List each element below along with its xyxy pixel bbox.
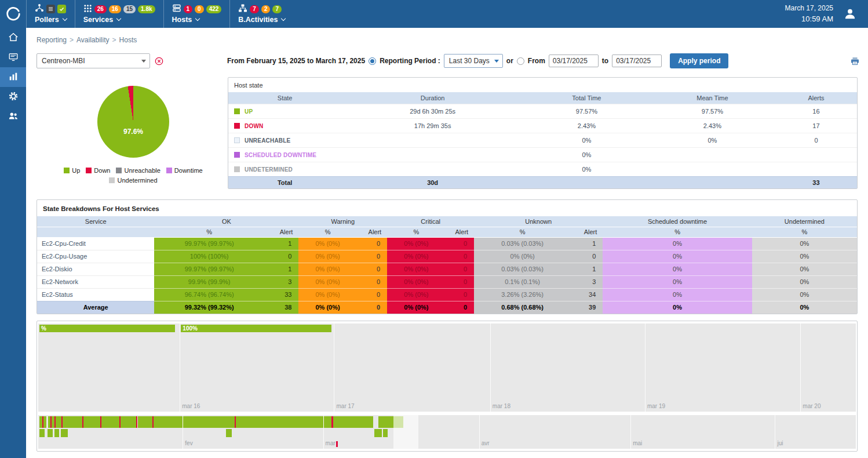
unk-pct-cell: 3.26% (3.26%) [474, 288, 571, 301]
sidebar-item-home[interactable] [0, 28, 26, 48]
timeline-selection-window[interactable] [393, 415, 418, 449]
sidebar-item-monitoring[interactable] [0, 48, 26, 67]
host-state-title: Host state [228, 78, 857, 92]
sched-pct-cell: 0% [603, 237, 752, 250]
undet-pct-cell: 0% [752, 263, 857, 275]
service-name-cell: Ec2-Network [37, 275, 154, 288]
bd-service-row: Ec2-Cpu-Usage100% (100%)00% (0%)00% (0%)… [37, 250, 857, 263]
crit-alert-cell: 0 [446, 250, 475, 263]
service-breakdowns-panel: State Breakdowns For Host Services Servi… [37, 199, 858, 314]
current-date: March 17, 2025 [785, 3, 833, 14]
clear-filter-icon[interactable] [155, 57, 163, 66]
period-select[interactable]: Last 30 Days [444, 54, 503, 68]
custom-period-radio[interactable] [517, 57, 524, 65]
undet-pct-cell: 0% [752, 301, 857, 314]
unk-pct-cell: 0.1% (0.1%) [474, 275, 571, 288]
state-label: DOWN [245, 123, 263, 129]
breadcrumb-separator: > [70, 36, 74, 44]
activity-segment [61, 429, 68, 437]
nav-pollers[interactable]: Pollers [26, 0, 75, 28]
sidebar-item-configuration[interactable] [0, 87, 26, 107]
export-report-icon[interactable] [850, 56, 860, 66]
total-time-cell: 0% [524, 147, 650, 162]
bd-subheader: Alert [446, 227, 475, 237]
services-warning-badge[interactable]: 16 [109, 5, 121, 13]
nav-business-activities[interactable]: 7 2 7 B.Activities [229, 0, 293, 28]
to-date-input[interactable] [612, 54, 662, 67]
host-state-row-down: DOWN17h 29m 35s2.43%2.43%17 [228, 118, 857, 133]
chevron-down-icon [62, 16, 67, 21]
reporting-period-radio[interactable] [369, 57, 376, 65]
ok-pct-cell: 99.32% (99.32%) [154, 301, 264, 314]
state-cell: DOWN [228, 118, 341, 133]
crit-alert-cell: 0 [446, 288, 475, 301]
business-activities-icon [238, 3, 247, 14]
duration-cell: 29d 6h 30m 25s [341, 104, 524, 118]
services-critical-badge[interactable]: 26 [94, 5, 107, 13]
nav-hosts[interactable]: 1 0 422 Hosts [163, 0, 230, 28]
sidebar-item-administration[interactable] [0, 107, 26, 126]
timeline-main-graph[interactable]: %100%mar 16mar 17mar 18mar 19mar 20 [38, 323, 856, 412]
unk-pct-cell: 0.68% (0.68%) [474, 301, 571, 314]
nav-services[interactable]: 26 16 15 1.8k Services [75, 0, 163, 28]
pollers-latency-chip[interactable] [57, 5, 66, 13]
total-duration: 30d [341, 176, 524, 188]
day-label: mar 20 [800, 403, 820, 409]
bd-subheader: % [298, 227, 356, 237]
bd-subheader: % [387, 227, 445, 237]
warn-alert-cell: 0 [357, 250, 387, 263]
availability-bar: 100% [181, 325, 331, 332]
alerts-cell [775, 162, 857, 176]
sched-pct-cell: 0% [603, 275, 752, 288]
mean-time-cell [650, 162, 775, 176]
ba-warning-badge[interactable]: 2 [261, 5, 271, 13]
period-select-wrap: Last 30 Days [444, 54, 503, 68]
warn-pct-cell: 0% (0%) [298, 250, 356, 263]
host-group-select[interactable]: Centreon-MBI [37, 53, 150, 68]
pollers-database-chip[interactable] [46, 5, 55, 13]
total-time-cell: 97.57% [524, 104, 650, 118]
bd-subheader: % [752, 227, 857, 237]
hosts-unreachable-badge[interactable]: 0 [195, 5, 204, 13]
monitoring-console-icon [8, 52, 19, 64]
bd-header-row1: ServiceOKWarningCriticalUnknownScheduled… [37, 216, 857, 227]
current-time: 10:59 AM [785, 13, 833, 25]
ba-critical-badge[interactable]: 7 [250, 5, 259, 13]
breadcrumb-availability[interactable]: Availability [76, 36, 109, 44]
breakdowns-table: ServiceOKWarningCriticalUnknownScheduled… [37, 216, 857, 314]
timeline-mini-graph[interactable]: fevmaravrmaijui [38, 415, 856, 449]
crit-pct-cell: 0% (0%) [387, 237, 445, 250]
month-label: jui [775, 440, 783, 446]
legend-item-up: Up [64, 167, 80, 174]
activity-segment [374, 429, 382, 437]
duration-cell [341, 133, 524, 147]
hosts-up-badge[interactable]: 422 [206, 5, 222, 13]
legend-item-downtime: Downtime [166, 167, 203, 174]
sched-pct-cell: 0% [603, 250, 752, 263]
availability-pie-chart[interactable]: 97.6% [97, 86, 169, 158]
user-profile-icon[interactable] [843, 6, 858, 21]
up-segment [43, 416, 46, 428]
breadcrumb-hosts[interactable]: Hosts [119, 36, 137, 44]
duration-cell [341, 162, 524, 176]
breadcrumb-separator: > [112, 36, 116, 44]
up-segment [83, 416, 100, 428]
hosts-down-badge[interactable]: 1 [184, 5, 193, 13]
ba-ok-badge[interactable]: 7 [272, 5, 282, 13]
bd-subheader: % [474, 227, 571, 237]
header-state: State [228, 92, 341, 104]
mean-time-cell: 2.43% [650, 118, 775, 133]
legend-swatch [116, 168, 122, 173]
apply-period-button[interactable]: Apply period [670, 53, 728, 68]
breadcrumb-reporting[interactable]: Reporting [37, 36, 67, 44]
services-pending-badge[interactable]: 15 [123, 5, 136, 13]
warn-alert-cell: 0 [357, 237, 387, 250]
crit-pct-cell: 0% (0%) [387, 288, 445, 301]
services-ok-badge[interactable]: 1.8k [138, 5, 155, 13]
host-state-header-row: State Duration Total Time Mean Time Aler… [228, 92, 857, 104]
centreon-logo[interactable] [0, 0, 26, 28]
total-alerts: 33 [775, 176, 857, 188]
sidebar-item-reporting[interactable] [0, 67, 26, 87]
legend-label: Up [72, 167, 80, 174]
from-date-input[interactable] [549, 54, 599, 67]
